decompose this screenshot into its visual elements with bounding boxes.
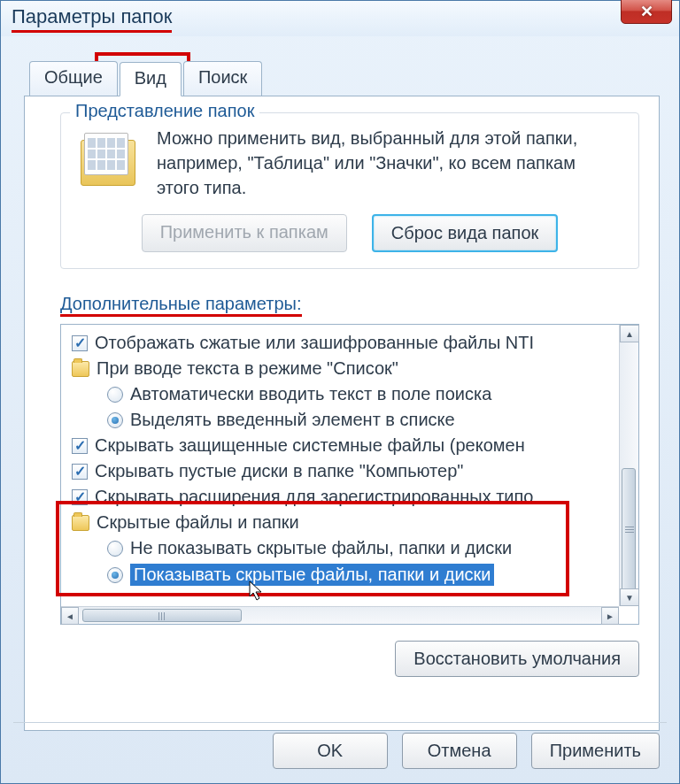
apply-button[interactable]: Применить	[531, 733, 660, 769]
titlebar: Параметры папок ✕	[1, 1, 679, 36]
restore-defaults-button[interactable]: Восстановить умолчания	[395, 641, 639, 677]
folder-options-window: Параметры папок ✕ Общие Вид Поиск Предст…	[0, 0, 680, 784]
reset-folder-view-button[interactable]: Сброс вида папок	[372, 214, 559, 252]
scroll-thumb[interactable]	[82, 609, 242, 622]
list-item[interactable]: Автоматически вводить текст в поле поиск…	[72, 381, 635, 407]
list-item-dont-show-hidden[interactable]: Не показывать скрытые файлы, папки и дис…	[72, 535, 635, 561]
horizontal-scrollbar[interactable]: ◄ ►	[61, 606, 619, 624]
list-item[interactable]: Скрытые файлы и папки	[72, 510, 635, 535]
folder-views-title: Представление папок	[70, 101, 259, 121]
dialog-buttons: OK Отмена Применить	[273, 733, 660, 769]
close-button[interactable]: ✕	[621, 0, 672, 24]
scroll-up-icon[interactable]: ▲	[620, 325, 639, 342]
checkbox-icon[interactable]	[72, 464, 88, 480]
list-item[interactable]: При вводе текста в режиме "Список"	[72, 356, 635, 381]
tab-panel-view: Представление папок Можно применить вид,…	[24, 96, 660, 731]
advanced-settings-label: Дополнительные параметры:	[60, 294, 302, 317]
folder-views-description: Можно применить вид, выбранный для этой …	[157, 126, 621, 200]
tab-general[interactable]: Общие	[29, 61, 118, 96]
list-item[interactable]: Выделять введенный элемент в списке	[72, 407, 635, 433]
checkbox-icon[interactable]	[72, 489, 88, 505]
window-title: Параметры папок	[12, 5, 172, 33]
list-item[interactable]: Скрывать расширения для зарегистрированн…	[72, 484, 635, 510]
list-item-show-hidden[interactable]: Показывать скрытые файлы, папки и диски	[72, 561, 635, 588]
scroll-left-icon[interactable]: ◄	[61, 607, 79, 625]
radio-icon[interactable]	[107, 412, 123, 428]
folder-icon	[72, 515, 89, 531]
tab-view[interactable]: Вид	[120, 62, 182, 96]
tab-search[interactable]: Поиск	[183, 61, 262, 96]
scroll-down-icon[interactable]: ▼	[620, 588, 639, 606]
radio-icon[interactable]	[107, 387, 123, 403]
list-item[interactable]: Отображать сжатые или зашифрованные файл…	[72, 330, 635, 356]
close-icon: ✕	[640, 2, 653, 21]
tab-strip: Общие Вид Поиск	[29, 61, 679, 96]
list-item[interactable]: Скрывать пустые диски в папке "Компьютер…	[72, 458, 635, 484]
radio-icon[interactable]	[107, 567, 123, 583]
vertical-scrollbar[interactable]: ▲ ▼	[619, 325, 638, 606]
apply-to-folders-button[interactable]: Применить к папкам	[142, 214, 347, 252]
scroll-thumb[interactable]	[622, 468, 636, 592]
separator	[13, 722, 667, 723]
list-item[interactable]: Скрывать защищенные системные файлы (рек…	[72, 433, 635, 458]
folder-icon	[72, 361, 89, 377]
radio-icon[interactable]	[107, 541, 123, 557]
advanced-settings-list: Отображать сжатые или зашифрованные файл…	[60, 324, 639, 625]
folder-view-icon	[79, 131, 137, 189]
checkbox-icon[interactable]	[72, 335, 88, 351]
scroll-right-icon[interactable]: ►	[601, 607, 619, 625]
ok-button[interactable]: OK	[273, 733, 388, 769]
checkbox-icon[interactable]	[72, 438, 88, 454]
folder-views-group: Представление папок Можно применить вид,…	[60, 112, 639, 269]
cancel-button[interactable]: Отмена	[402, 733, 517, 769]
